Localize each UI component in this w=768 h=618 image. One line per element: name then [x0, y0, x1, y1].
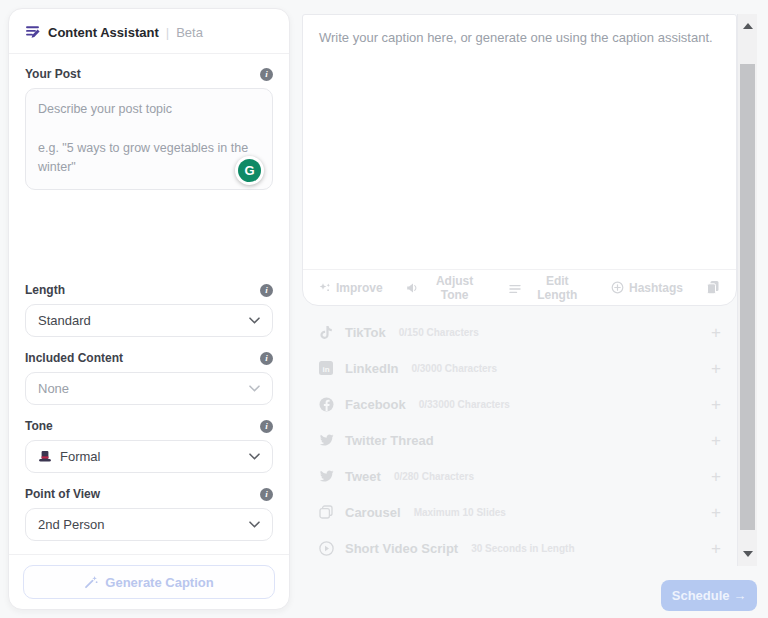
scrollbar[interactable] — [737, 14, 757, 566]
included-content-info-icon[interactable]: i — [260, 352, 273, 365]
chevron-down-icon — [249, 521, 260, 528]
text-lines-icon — [509, 282, 521, 294]
carousel-icon — [318, 505, 334, 519]
included-content-select[interactable]: None — [25, 372, 273, 405]
add-carousel-button[interactable]: + — [711, 504, 721, 521]
platform-row-carousel[interactable]: Carousel Maximum 10 Slides + — [302, 494, 737, 530]
point-of-view-label: Point of View — [25, 487, 100, 501]
twitter-icon — [318, 434, 334, 447]
svg-text:in: in — [322, 365, 329, 374]
add-facebook-button[interactable]: + — [711, 396, 721, 413]
schedule-button[interactable]: Schedule → — [661, 580, 757, 611]
facebook-icon — [318, 397, 334, 412]
add-linkedin-button[interactable]: + — [711, 360, 721, 377]
scroll-down-icon[interactable] — [738, 544, 757, 564]
assistant-body: Your Post i G Length i Standard — [9, 54, 289, 554]
tone-label: Tone — [25, 419, 53, 433]
included-content-label: Included Content — [25, 351, 123, 365]
generate-caption-button[interactable]: Generate Caption — [23, 565, 275, 599]
platform-list: TikTok 0/150 Characters + in LinkedIn 0/… — [302, 314, 737, 566]
platform-row-linkedin[interactable]: in LinkedIn 0/3000 Characters + — [302, 350, 737, 386]
your-post-info-icon[interactable]: i — [260, 68, 273, 81]
add-tiktok-button[interactable]: + — [711, 324, 721, 341]
caption-editor-card: Improve Adjust Tone Edit Length — [302, 14, 737, 306]
platform-row-tweet[interactable]: Tweet 0/280 Characters + — [302, 458, 737, 494]
grammarly-icon[interactable]: G — [235, 156, 264, 185]
length-label: Length — [25, 283, 65, 297]
megaphone-icon — [406, 282, 418, 294]
chevron-down-icon — [249, 317, 260, 324]
scrollbar-thumb[interactable] — [740, 64, 755, 530]
content-assistant-icon — [25, 24, 41, 40]
assistant-footer: Generate Caption — [9, 554, 289, 611]
beta-badge: Beta — [176, 25, 203, 40]
add-short-video-script-button[interactable]: + — [711, 540, 721, 557]
tone-info-icon[interactable]: i — [260, 420, 273, 433]
your-post-label: Your Post — [25, 67, 81, 81]
chevron-down-icon — [249, 385, 260, 392]
spacer — [25, 194, 273, 282]
point-of-view-select[interactable]: 2nd Person — [25, 508, 273, 541]
tiktok-icon — [318, 325, 334, 340]
magic-wand-icon — [84, 575, 98, 589]
caption-toolbar: Improve Adjust Tone Edit Length — [303, 269, 736, 305]
length-info-icon[interactable]: i — [260, 284, 273, 297]
title-divider: | — [166, 25, 169, 40]
tone-select[interactable]: Formal — [25, 440, 273, 473]
assistant-title: Content Assistant — [48, 25, 159, 40]
platform-row-facebook[interactable]: Facebook 0/33000 Characters + — [302, 386, 737, 422]
copy-icon[interactable] — [706, 280, 720, 295]
circle-plus-icon — [611, 281, 624, 294]
length-select[interactable]: Standard — [25, 304, 273, 337]
platform-row-short-video-script[interactable]: Short Video Script 30 Seconds in Length … — [302, 530, 737, 566]
platform-row-tiktok[interactable]: TikTok 0/150 Characters + — [302, 314, 737, 350]
add-tweet-button[interactable]: + — [711, 468, 721, 485]
caption-input[interactable] — [303, 15, 736, 269]
chevron-down-icon — [249, 453, 260, 460]
play-circle-icon — [318, 541, 334, 556]
scroll-up-icon[interactable] — [738, 16, 757, 36]
improve-button[interactable]: Improve — [319, 281, 383, 295]
adjust-tone-button[interactable]: Adjust Tone — [406, 274, 487, 302]
assistant-header: Content Assistant | Beta — [9, 9, 289, 54]
twitter-icon — [318, 470, 334, 483]
add-twitter-thread-button[interactable]: + — [711, 432, 721, 449]
edit-length-button[interactable]: Edit Length — [509, 274, 587, 302]
point-of-view-info-icon[interactable]: i — [260, 488, 273, 501]
top-hat-icon — [38, 450, 52, 463]
sparkles-icon — [319, 282, 331, 294]
hashtags-button[interactable]: Hashtags — [611, 281, 683, 295]
platform-row-twitter-thread[interactable]: Twitter Thread + — [302, 422, 737, 458]
linkedin-icon: in — [318, 361, 334, 375]
content-assistant-panel: Content Assistant | Beta Your Post i G L… — [8, 8, 290, 610]
